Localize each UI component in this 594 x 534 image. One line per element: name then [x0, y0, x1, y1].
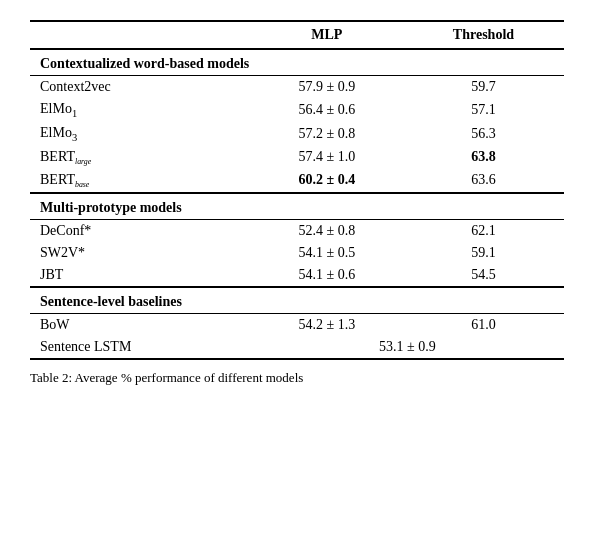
- mlp-value: 52.4 ± 0.8: [251, 219, 403, 242]
- threshold-value: 59.7: [403, 76, 564, 99]
- mlp-value-bold: 60.2 ± 0.4: [251, 169, 403, 193]
- table-row: ElMo3 57.2 ± 0.8 56.3: [30, 122, 564, 146]
- table-container: MLP Threshold Contextualized word-based …: [30, 20, 564, 386]
- col-header-mlp: MLP: [251, 21, 403, 49]
- section-header-multiprototype: Multi-prototype models: [30, 193, 564, 220]
- model-name: JBT: [30, 264, 251, 287]
- threshold-value: 56.3: [403, 122, 564, 146]
- model-name: BERTbase: [30, 169, 251, 193]
- table-row: SW2V* 54.1 ± 0.5 59.1: [30, 242, 564, 264]
- table-row: BERTlarge 57.4 ± 1.0 63.8: [30, 146, 564, 169]
- mlp-value: 57.2 ± 0.8: [251, 122, 403, 146]
- results-table: MLP Threshold Contextualized word-based …: [30, 20, 564, 360]
- section-title-sentence: Sentence-level baselines: [30, 287, 564, 314]
- mlp-value: 54.2 ± 1.3: [251, 313, 403, 336]
- model-name: ElMo1: [30, 98, 251, 122]
- table-row: DeConf* 52.4 ± 0.8 62.1: [30, 219, 564, 242]
- col-header-model: [30, 21, 251, 49]
- threshold-value: 54.5: [403, 264, 564, 287]
- section-header-sentence: Sentence-level baselines: [30, 287, 564, 314]
- threshold-value: 57.1: [403, 98, 564, 122]
- mlp-value-colspan: 53.1 ± 0.9: [251, 336, 564, 359]
- table-header-row: MLP Threshold: [30, 21, 564, 49]
- col-header-threshold: Threshold: [403, 21, 564, 49]
- model-name: DeConf*: [30, 219, 251, 242]
- section-title-multiprototype: Multi-prototype models: [30, 193, 564, 220]
- threshold-value: 59.1: [403, 242, 564, 264]
- mlp-value: 57.4 ± 1.0: [251, 146, 403, 169]
- model-name: Sentence LSTM: [30, 336, 251, 359]
- table-row: Context2vec 57.9 ± 0.9 59.7: [30, 76, 564, 99]
- threshold-value: 62.1: [403, 219, 564, 242]
- threshold-value: 61.0: [403, 313, 564, 336]
- model-name: BERTlarge: [30, 146, 251, 169]
- section-header-contextualized: Contextualized word-based models: [30, 49, 564, 76]
- sub-3: 3: [72, 132, 77, 143]
- model-name: ElMo3: [30, 122, 251, 146]
- threshold-value-bold: 63.8: [403, 146, 564, 169]
- mlp-value: 57.9 ± 0.9: [251, 76, 403, 99]
- section-title-contextualized: Contextualized word-based models: [30, 49, 564, 76]
- table-caption: Table 2: Average % performance of differ…: [30, 370, 564, 386]
- table-row: Sentence LSTM 53.1 ± 0.9: [30, 336, 564, 359]
- model-name: SW2V*: [30, 242, 251, 264]
- mlp-value: 56.4 ± 0.6: [251, 98, 403, 122]
- threshold-value: 63.6: [403, 169, 564, 193]
- model-name: BoW: [30, 313, 251, 336]
- mlp-value: 54.1 ± 0.5: [251, 242, 403, 264]
- table-row: BERTbase 60.2 ± 0.4 63.6: [30, 169, 564, 193]
- table-row: JBT 54.1 ± 0.6 54.5: [30, 264, 564, 287]
- table-row: ElMo1 56.4 ± 0.6 57.1: [30, 98, 564, 122]
- table-row: BoW 54.2 ± 1.3 61.0: [30, 313, 564, 336]
- sub-large: large: [75, 152, 91, 163]
- sub-1: 1: [72, 108, 77, 119]
- mlp-value: 54.1 ± 0.6: [251, 264, 403, 287]
- model-name: Context2vec: [30, 76, 251, 99]
- sub-base: base: [75, 175, 89, 186]
- caption-text: Table 2: Average % performance of differ…: [30, 370, 303, 385]
